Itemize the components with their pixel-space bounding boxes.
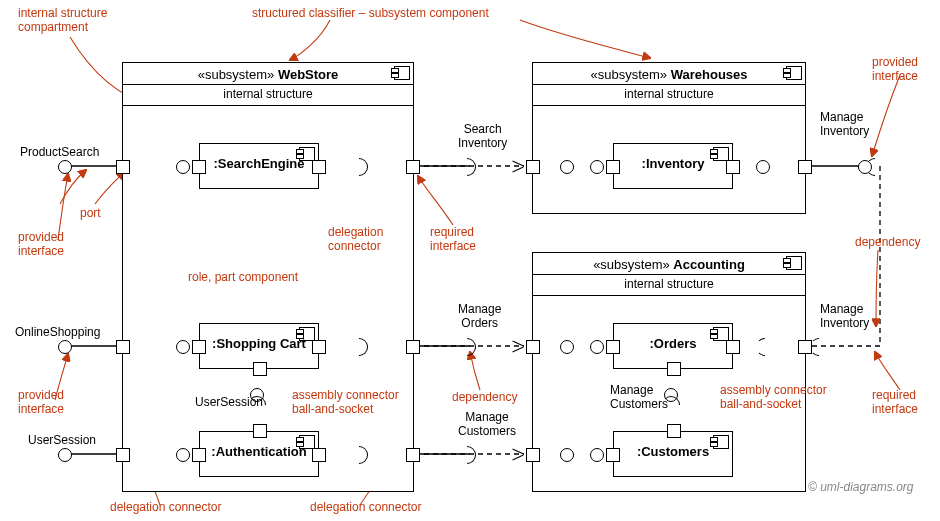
port xyxy=(726,340,740,354)
port xyxy=(116,160,130,174)
accounting-subtitle: internal structure xyxy=(533,275,805,296)
component-icon xyxy=(786,66,802,80)
provided-interface-icon xyxy=(560,448,574,462)
provided-interface-icon xyxy=(560,160,574,174)
port xyxy=(606,160,620,174)
interface-label: OnlineShopping xyxy=(15,325,100,339)
interface-label: UserSession xyxy=(28,433,96,447)
port xyxy=(192,448,206,462)
annotation: required interface xyxy=(430,225,476,253)
port xyxy=(312,160,326,174)
port xyxy=(253,424,267,438)
required-interface-icon xyxy=(458,158,476,176)
annotation: provided interface xyxy=(18,230,64,258)
annotation: delegation connector xyxy=(310,500,421,514)
interface-label: Manage Orders xyxy=(458,302,501,330)
port xyxy=(526,160,540,174)
provided-interface-icon xyxy=(756,160,770,174)
provided-interface-icon xyxy=(590,340,604,354)
annotation: role, part component xyxy=(188,270,298,284)
annotation: delegation connector xyxy=(328,225,383,253)
component-icon xyxy=(299,147,315,161)
component-icon xyxy=(299,327,315,341)
interface-label: Manage Customers xyxy=(610,383,668,411)
webstore-title: «subsystem» WebStore xyxy=(123,63,413,85)
component-icon xyxy=(394,66,410,80)
provided-interface-icon xyxy=(176,160,190,174)
port xyxy=(312,448,326,462)
annotation: dependency xyxy=(855,235,920,249)
component-inventory: :Inventory xyxy=(613,143,733,189)
required-interface-icon xyxy=(810,338,828,356)
port xyxy=(798,160,812,174)
port xyxy=(192,160,206,174)
warehouses-title: «subsystem» Warehouses xyxy=(533,63,805,85)
annotation: port xyxy=(80,206,101,220)
warehouses-name: Warehouses xyxy=(671,67,748,82)
component-search-engine: :SearchEngine xyxy=(199,143,319,189)
provided-interface-icon xyxy=(58,160,72,174)
provided-interface-icon xyxy=(590,160,604,174)
port xyxy=(667,362,681,376)
component-authentication: :Authentication xyxy=(199,431,319,477)
port xyxy=(726,160,740,174)
port xyxy=(606,448,620,462)
provided-interface-icon xyxy=(58,340,72,354)
provided-interface-icon xyxy=(590,448,604,462)
port xyxy=(798,340,812,354)
component-icon xyxy=(713,435,729,449)
component-icon xyxy=(786,256,802,270)
port xyxy=(406,448,420,462)
provided-interface-icon xyxy=(176,448,190,462)
port xyxy=(526,340,540,354)
port xyxy=(406,340,420,354)
provided-interface-icon xyxy=(560,340,574,354)
warehouses-subtitle: internal structure xyxy=(533,85,805,106)
provided-interface-icon xyxy=(58,448,72,462)
component-customers: :Customers xyxy=(613,431,733,477)
webstore-subtitle: internal structure xyxy=(123,85,413,106)
annotation: assembly connector ball-and-socket xyxy=(720,383,827,411)
required-interface-icon xyxy=(458,446,476,464)
component-icon xyxy=(713,327,729,341)
warehouses-stereotype: «subsystem» xyxy=(590,67,667,82)
port xyxy=(667,424,681,438)
component-shopping-cart: :Shopping Cart xyxy=(199,323,319,369)
annotation: structured classifier – subsystem compon… xyxy=(252,6,489,20)
provided-interface-icon xyxy=(176,340,190,354)
webstore-name: WebStore xyxy=(278,67,338,82)
interface-label: Manage Inventory xyxy=(820,302,869,330)
annotation: provided interface xyxy=(872,55,918,83)
component-icon xyxy=(299,435,315,449)
subsystem-warehouses: «subsystem» Warehouses internal structur… xyxy=(532,62,806,214)
interface-label: Search Inventory xyxy=(458,122,507,150)
annotation: internal structure compartment xyxy=(18,6,107,34)
required-interface-icon xyxy=(866,158,884,176)
component-orders: :Orders xyxy=(613,323,733,369)
port xyxy=(606,340,620,354)
annotation: delegation connector xyxy=(110,500,221,514)
port xyxy=(526,448,540,462)
annotation: provided interface xyxy=(18,388,64,416)
accounting-name: Accounting xyxy=(673,257,745,272)
required-interface-icon xyxy=(458,338,476,356)
component-icon xyxy=(713,147,729,161)
interface-label: Manage Customers xyxy=(458,410,516,438)
port xyxy=(312,340,326,354)
accounting-stereotype: «subsystem» xyxy=(593,257,670,272)
port xyxy=(253,362,267,376)
port xyxy=(116,448,130,462)
port xyxy=(406,160,420,174)
interface-label: UserSession xyxy=(195,395,263,409)
interface-label: Manage Inventory xyxy=(820,110,869,138)
annotation: dependency xyxy=(452,390,517,404)
credit: © uml-diagrams.org xyxy=(808,480,914,494)
webstore-stereotype: «subsystem» xyxy=(198,67,275,82)
interface-label: ProductSearch xyxy=(20,145,99,159)
annotation: required interface xyxy=(872,388,918,416)
accounting-title: «subsystem» Accounting xyxy=(533,253,805,275)
port xyxy=(192,340,206,354)
annotation: assembly connector ball-and-socket xyxy=(292,388,399,416)
uml-composite-structure-diagram: «subsystem» WebStore internal structure … xyxy=(0,0,940,521)
port xyxy=(116,340,130,354)
